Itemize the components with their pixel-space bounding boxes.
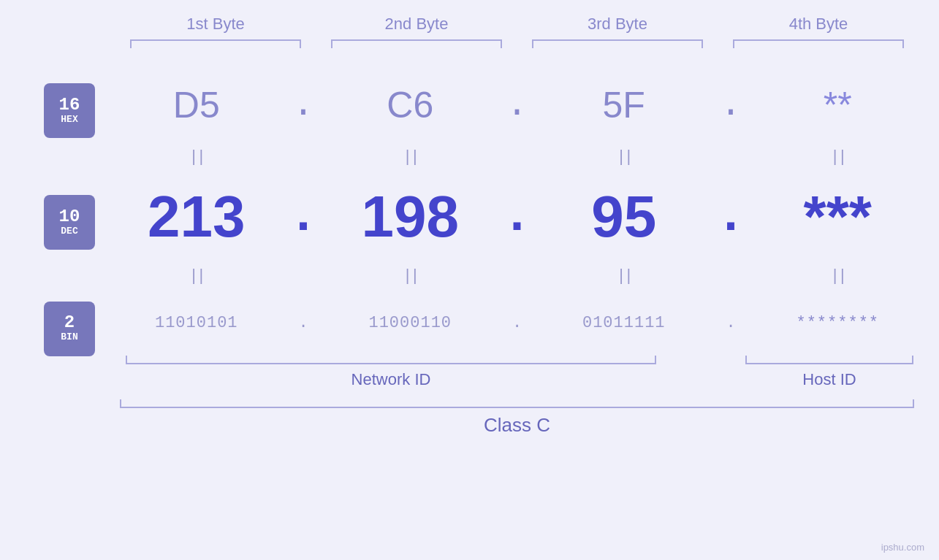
class-c-bracket: Class C — [112, 399, 923, 437]
dec-byte-3-cell: 95 — [539, 183, 710, 250]
dec-byte-2-cell: 198 — [325, 183, 495, 250]
hex-badge: 16 HEX — [44, 83, 95, 138]
bin-byte-2-cell: 11000110 — [325, 314, 495, 332]
host-bracket-line — [745, 356, 913, 364]
dec-byte-1-cell: 213 — [112, 183, 282, 250]
byte-headers-row: 1st Byte 2nd Byte 3rd Byte 4th Byte — [115, 15, 919, 34]
eq-1: || — [189, 148, 204, 166]
dec-byte-3: 95 — [591, 183, 656, 250]
class-bracket-line — [120, 399, 915, 408]
network-id-label: Network ID — [351, 370, 431, 389]
top-bracket-lines — [115, 39, 919, 48]
dec-byte-2: 198 — [362, 183, 459, 250]
eq-5: || — [189, 267, 204, 285]
header-byte-4: 4th Byte — [718, 15, 919, 34]
bin-byte-4-cell: ******** — [753, 314, 923, 332]
host-id-bracket: Host ID — [737, 356, 923, 389]
watermark: ipshu.com — [881, 542, 924, 553]
hex-sep-2: . — [495, 84, 539, 126]
network-host-brackets: Network ID Host ID — [112, 356, 923, 389]
bin-byte-3-cell: 01011111 — [539, 314, 710, 332]
hex-byte-2-cell: C6 — [325, 84, 495, 126]
bin-byte-4: ******** — [796, 314, 879, 332]
dec-byte-4-cell: *** — [753, 183, 923, 250]
hex-sep-3: . — [709, 84, 753, 126]
header-byte-2: 2nd Byte — [316, 15, 517, 34]
dec-byte-1: 213 — [148, 183, 245, 250]
eq-2: || — [403, 148, 417, 166]
bin-sep-2: . — [495, 314, 539, 332]
dec-sep-3: . — [709, 188, 753, 245]
hex-byte-4: ** — [824, 84, 852, 126]
eq-6: || — [403, 267, 417, 285]
class-c-label: Class C — [484, 414, 550, 437]
hex-row: D5 . C6 . 5F . ** — [112, 70, 923, 139]
network-bracket-line — [126, 356, 657, 364]
dec-sep-2: . — [495, 188, 539, 245]
hex-byte-2: C6 — [387, 84, 433, 126]
network-id-bracket: Network ID — [112, 356, 693, 389]
bin-sep-1: . — [281, 314, 325, 332]
hex-byte-3-cell: 5F — [539, 84, 710, 126]
hex-byte-3: 5F — [603, 84, 645, 126]
bin-byte-1: 11010101 — [155, 314, 238, 332]
bracket-byte-1 — [115, 39, 316, 48]
hex-sep-1: . — [281, 84, 325, 126]
bin-badge: 2 BIN — [44, 302, 95, 356]
dec-sep-1: . — [281, 188, 325, 245]
header-byte-3: 3rd Byte — [517, 15, 718, 34]
dec-row: 213 . 198 . 95 . *** — [112, 174, 923, 258]
eq-8: || — [830, 267, 845, 285]
bracket-byte-3 — [517, 39, 718, 48]
hex-byte-1-cell: D5 — [112, 84, 282, 126]
header-byte-1: 1st Byte — [115, 15, 316, 34]
bracket-byte-4 — [718, 39, 919, 48]
bin-byte-3: 01011111 — [582, 314, 666, 332]
bin-row: 11010101 . 11000110 . 01011111 . — [112, 294, 923, 352]
host-id-label: Host ID — [802, 370, 856, 389]
bin-byte-2: 11000110 — [368, 314, 452, 332]
hex-byte-1: D5 — [173, 84, 220, 126]
dec-badge: 10 DEC — [44, 195, 95, 250]
dec-byte-4: *** — [804, 183, 872, 250]
eq-4: || — [830, 148, 845, 166]
page-container: 1st Byte 2nd Byte 3rd Byte 4th Byte 16 H… — [0, 0, 939, 560]
eq-3: || — [617, 148, 631, 166]
eq-row-2: || || || || — [112, 258, 923, 294]
bracket-byte-2 — [316, 39, 517, 48]
bin-byte-1-cell: 11010101 — [112, 314, 282, 332]
bin-sep-3: . — [709, 314, 753, 332]
eq-7: || — [617, 267, 631, 285]
eq-row-1: || || || || — [112, 139, 923, 174]
hex-byte-4-cell: ** — [753, 84, 923, 126]
